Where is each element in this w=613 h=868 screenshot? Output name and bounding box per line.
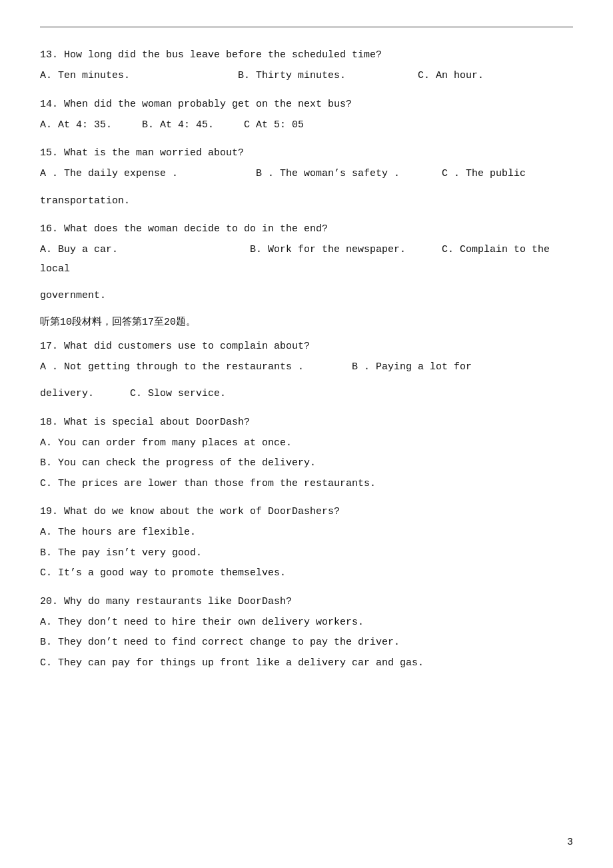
q17-text: 17. What did customers use to complain a… [40, 337, 573, 355]
question-17: 17. What did customers use to complain a… [40, 337, 573, 404]
page-number: 3 [567, 837, 573, 848]
q19-answer-c: C. It’s a good way to promote themselves… [40, 564, 573, 583]
q16-answers-wrap: government. [40, 287, 573, 306]
q15-answers: A . The daily expense . B . The woman’s … [40, 165, 573, 184]
q16-answers: A. Buy a car. B. Work for the newspaper.… [40, 241, 573, 279]
q19-answer-b: B. The pay isn’t very good. [40, 544, 573, 563]
q17-answers-wrap: delivery. C. Slow service. [40, 385, 573, 404]
q13-text: 13. How long did the bus leave before th… [40, 46, 573, 64]
question-15: 15. What is the man worried about? A . T… [40, 144, 573, 211]
question-20: 20. Why do many restaurants like DoorDas… [40, 593, 573, 673]
question-18: 18. What is special about DoorDash? A. Y… [40, 413, 573, 494]
q18-answer-c: C. The prices are lower than those from … [40, 475, 573, 494]
q13-answers: A. Ten minutes. B. Thirty minutes. C. An… [40, 67, 573, 86]
q16-text: 16. What does the woman decide to do in … [40, 220, 573, 238]
q14-text: 14. When did the woman probably get on t… [40, 95, 573, 113]
q18-text: 18. What is special about DoorDash? [40, 413, 573, 431]
q18-answer-b: B. You can check the progress of the del… [40, 454, 573, 473]
q14-answers: A. At 4: 35. B. At 4: 45. C At 5: 05 [40, 116, 573, 135]
question-19: 19. What do we know about the work of Do… [40, 503, 573, 583]
question-14: 14. When did the woman probably get on t… [40, 95, 573, 135]
page-container: 13. How long did the bus leave before th… [0, 0, 613, 868]
q20-text: 20. Why do many restaurants like DoorDas… [40, 593, 573, 611]
q15-answers-wrap: transportation. [40, 192, 573, 211]
q19-answer-a: A. The hours are flexible. [40, 523, 573, 543]
q20-answer-b: B. They don’t need to find correct chang… [40, 633, 573, 653]
q20-answer-c: C. They can pay for things up front like… [40, 654, 573, 673]
q17-answers: A . Not getting through to the restauran… [40, 358, 573, 377]
top-divider [40, 27, 573, 27]
q18-answer-a: A. You can order from many places at onc… [40, 434, 573, 453]
q20-answer-a: A. They don’t need to hire their own del… [40, 613, 573, 633]
section-10-header: 听第10段材料，回答第17至20题。 [40, 315, 573, 328]
question-16: 16. What does the woman decide to do in … [40, 220, 573, 306]
q15-text: 15. What is the man worried about? [40, 144, 573, 162]
question-13: 13. How long did the bus leave before th… [40, 46, 573, 86]
q19-text: 19. What do we know about the work of Do… [40, 503, 573, 521]
